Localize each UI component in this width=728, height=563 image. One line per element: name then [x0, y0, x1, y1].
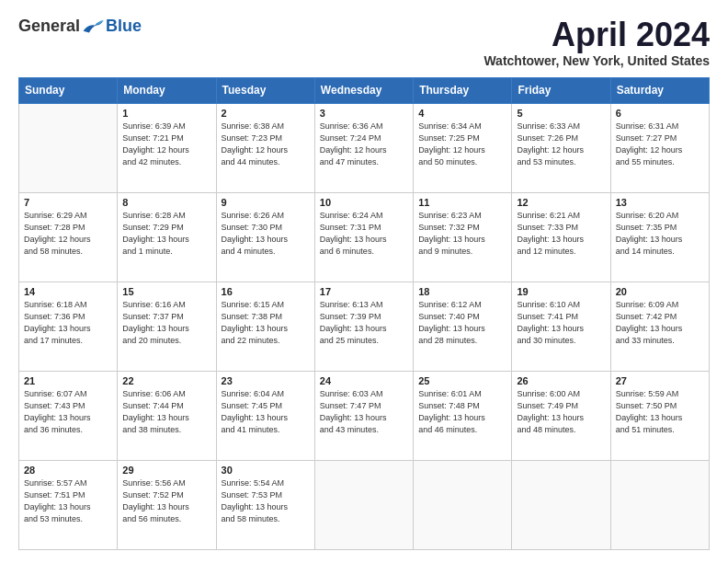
location: Watchtower, New York, United States: [483, 53, 710, 68]
calendar-cell: 17Sunrise: 6:13 AM Sunset: 7:39 PM Dayli…: [314, 282, 413, 371]
logo: General Blue: [18, 17, 142, 36]
logo-general-text: General: [18, 17, 80, 36]
calendar-cell: 2Sunrise: 6:38 AM Sunset: 7:23 PM Daylig…: [216, 103, 314, 192]
day-number: 17: [320, 286, 408, 297]
calendar-cell: 4Sunrise: 6:34 AM Sunset: 7:25 PM Daylig…: [414, 103, 512, 192]
col-monday: Monday: [118, 77, 216, 103]
day-number: 23: [222, 375, 310, 386]
day-number: 9: [222, 197, 310, 208]
calendar-cell: 19Sunrise: 6:10 AM Sunset: 7:41 PM Dayli…: [512, 282, 610, 371]
day-info: Sunrise: 6:39 AM Sunset: 7:21 PM Dayligh…: [122, 121, 210, 168]
day-info: Sunrise: 6:04 AM Sunset: 7:45 PM Dayligh…: [222, 388, 310, 436]
calendar-cell: 10Sunrise: 6:24 AM Sunset: 7:31 PM Dayli…: [314, 192, 413, 282]
day-info: Sunrise: 6:31 AM Sunset: 7:27 PM Dayligh…: [616, 121, 704, 168]
day-info: Sunrise: 6:23 AM Sunset: 7:32 PM Dayligh…: [418, 210, 506, 258]
day-number: 26: [517, 375, 605, 386]
calendar-cell: 27Sunrise: 5:59 AM Sunset: 7:50 PM Dayli…: [610, 371, 709, 460]
header-right: April 2024 Watchtower, New York, United …: [483, 17, 710, 68]
day-info: Sunrise: 5:59 AM Sunset: 7:50 PM Dayligh…: [616, 388, 704, 436]
day-info: Sunrise: 6:21 AM Sunset: 7:33 PM Dayligh…: [517, 210, 605, 258]
day-info: Sunrise: 5:56 AM Sunset: 7:52 PM Dayligh…: [122, 477, 210, 525]
logo-bird-icon: [82, 17, 104, 36]
calendar-cell: 21Sunrise: 6:07 AM Sunset: 7:43 PM Dayli…: [19, 371, 118, 460]
day-info: Sunrise: 6:34 AM Sunset: 7:25 PM Dayligh…: [418, 121, 506, 168]
calendar-cell: 3Sunrise: 6:36 AM Sunset: 7:24 PM Daylig…: [314, 103, 413, 192]
calendar-cell: 23Sunrise: 6:04 AM Sunset: 7:45 PM Dayli…: [216, 371, 314, 460]
day-info: Sunrise: 5:54 AM Sunset: 7:53 PM Dayligh…: [222, 477, 310, 525]
calendar-cell: [414, 460, 512, 549]
day-number: 1: [122, 108, 210, 119]
day-info: Sunrise: 6:12 AM Sunset: 7:40 PM Dayligh…: [418, 299, 506, 347]
calendar-table: Sunday Monday Tuesday Wednesday Thursday…: [18, 77, 710, 550]
day-number: 21: [24, 375, 112, 386]
day-number: 16: [222, 286, 310, 297]
calendar-cell: 24Sunrise: 6:03 AM Sunset: 7:47 PM Dayli…: [314, 371, 413, 460]
day-info: Sunrise: 6:00 AM Sunset: 7:49 PM Dayligh…: [517, 388, 605, 436]
day-info: Sunrise: 6:36 AM Sunset: 7:24 PM Dayligh…: [320, 121, 408, 168]
calendar-cell: 30Sunrise: 5:54 AM Sunset: 7:53 PM Dayli…: [216, 460, 314, 549]
calendar-cell: 18Sunrise: 6:12 AM Sunset: 7:40 PM Dayli…: [414, 282, 512, 371]
calendar-week-4: 21Sunrise: 6:07 AM Sunset: 7:43 PM Dayli…: [19, 371, 710, 460]
day-info: Sunrise: 6:10 AM Sunset: 7:41 PM Dayligh…: [517, 299, 605, 347]
day-info: Sunrise: 6:18 AM Sunset: 7:36 PM Dayligh…: [24, 299, 112, 347]
day-number: 7: [24, 197, 112, 208]
day-number: 27: [616, 375, 704, 386]
calendar-week-5: 28Sunrise: 5:57 AM Sunset: 7:51 PM Dayli…: [19, 460, 710, 549]
day-number: 28: [24, 465, 112, 476]
col-thursday: Thursday: [414, 77, 512, 103]
day-number: 22: [122, 375, 210, 386]
calendar-cell: 20Sunrise: 6:09 AM Sunset: 7:42 PM Dayli…: [610, 282, 709, 371]
day-info: Sunrise: 6:07 AM Sunset: 7:43 PM Dayligh…: [24, 388, 112, 436]
calendar-cell: 7Sunrise: 6:29 AM Sunset: 7:28 PM Daylig…: [19, 192, 118, 282]
calendar-cell: 13Sunrise: 6:20 AM Sunset: 7:35 PM Dayli…: [610, 192, 709, 282]
day-number: 12: [517, 197, 605, 208]
col-sunday: Sunday: [19, 77, 118, 103]
calendar-cell: 28Sunrise: 5:57 AM Sunset: 7:51 PM Dayli…: [19, 460, 118, 549]
day-number: 6: [616, 108, 704, 119]
logo-blue-text: Blue: [106, 17, 142, 36]
calendar-cell: 9Sunrise: 6:26 AM Sunset: 7:30 PM Daylig…: [216, 192, 314, 282]
calendar-cell: 16Sunrise: 6:15 AM Sunset: 7:38 PM Dayli…: [216, 282, 314, 371]
day-info: Sunrise: 6:13 AM Sunset: 7:39 PM Dayligh…: [320, 299, 408, 347]
calendar-cell: 12Sunrise: 6:21 AM Sunset: 7:33 PM Dayli…: [512, 192, 610, 282]
day-number: 14: [24, 286, 112, 297]
day-info: Sunrise: 6:29 AM Sunset: 7:28 PM Dayligh…: [24, 210, 112, 258]
day-number: 30: [222, 465, 310, 476]
col-friday: Friday: [512, 77, 610, 103]
month-title: April 2024: [483, 17, 710, 53]
day-info: Sunrise: 6:28 AM Sunset: 7:29 PM Dayligh…: [122, 210, 210, 258]
day-number: 13: [616, 197, 704, 208]
day-number: 8: [122, 197, 210, 208]
calendar-cell: [314, 460, 413, 549]
calendar-cell: [610, 460, 709, 549]
day-number: 5: [517, 108, 605, 119]
col-tuesday: Tuesday: [216, 77, 314, 103]
day-info: Sunrise: 6:15 AM Sunset: 7:38 PM Dayligh…: [222, 299, 310, 347]
calendar-cell: 11Sunrise: 6:23 AM Sunset: 7:32 PM Dayli…: [414, 192, 512, 282]
day-info: Sunrise: 6:16 AM Sunset: 7:37 PM Dayligh…: [122, 299, 210, 347]
calendar-cell: 6Sunrise: 6:31 AM Sunset: 7:27 PM Daylig…: [610, 103, 709, 192]
day-info: Sunrise: 6:03 AM Sunset: 7:47 PM Dayligh…: [320, 388, 408, 436]
day-info: Sunrise: 6:06 AM Sunset: 7:44 PM Dayligh…: [122, 388, 210, 436]
col-saturday: Saturday: [610, 77, 709, 103]
day-info: Sunrise: 6:38 AM Sunset: 7:23 PM Dayligh…: [222, 121, 310, 168]
calendar-cell: 14Sunrise: 6:18 AM Sunset: 7:36 PM Dayli…: [19, 282, 118, 371]
calendar-cell: [19, 103, 118, 192]
day-number: 24: [320, 375, 408, 386]
calendar-cell: 22Sunrise: 6:06 AM Sunset: 7:44 PM Dayli…: [118, 371, 216, 460]
page: General Blue April 2024 Watchtower, New …: [0, 0, 728, 563]
day-info: Sunrise: 5:57 AM Sunset: 7:51 PM Dayligh…: [24, 477, 112, 525]
header: General Blue April 2024 Watchtower, New …: [18, 17, 710, 68]
day-info: Sunrise: 6:20 AM Sunset: 7:35 PM Dayligh…: [616, 210, 704, 258]
day-info: Sunrise: 6:09 AM Sunset: 7:42 PM Dayligh…: [616, 299, 704, 347]
day-number: 25: [418, 375, 506, 386]
calendar-cell: 29Sunrise: 5:56 AM Sunset: 7:52 PM Dayli…: [118, 460, 216, 549]
calendar-cell: 5Sunrise: 6:33 AM Sunset: 7:26 PM Daylig…: [512, 103, 610, 192]
day-number: 11: [418, 197, 506, 208]
calendar-cell: [512, 460, 610, 549]
day-number: 10: [320, 197, 408, 208]
day-number: 29: [122, 465, 210, 476]
calendar-cell: 26Sunrise: 6:00 AM Sunset: 7:49 PM Dayli…: [512, 371, 610, 460]
day-info: Sunrise: 6:01 AM Sunset: 7:48 PM Dayligh…: [418, 388, 506, 436]
day-number: 20: [616, 286, 704, 297]
